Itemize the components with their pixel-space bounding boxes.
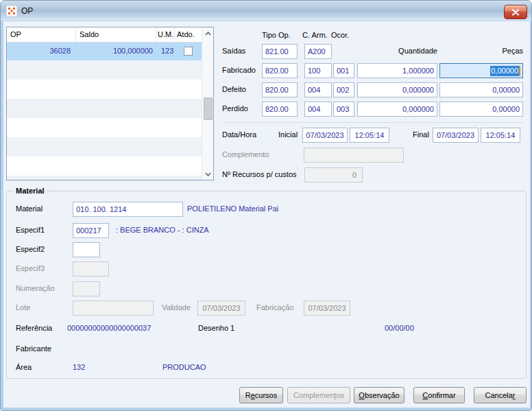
especif1-description: : BEGE BRANCO - : CINZA bbox=[116, 226, 209, 235]
final-time-field[interactable]: 12:05:14 bbox=[481, 128, 520, 143]
atdo-checkbox[interactable] bbox=[184, 47, 193, 56]
material-group-title: Material bbox=[13, 187, 47, 195]
perdido-quantidade-field[interactable]: 0,000000 bbox=[357, 102, 437, 117]
app-icon bbox=[6, 5, 17, 16]
complemento-label: Complemento bbox=[222, 150, 269, 159]
fabricado-quantidade-field[interactable]: 1,000000 bbox=[357, 63, 437, 78]
grid-empty-rows bbox=[7, 60, 202, 180]
defeito-quantidade-field[interactable]: 0,000000 bbox=[357, 82, 437, 97]
tipo-op-header: Tipo Op. bbox=[262, 31, 291, 40]
recursos-custos-field: 0 bbox=[304, 167, 363, 183]
area-label: Área bbox=[16, 363, 32, 372]
perdido-ocor-field[interactable]: 003 bbox=[333, 102, 354, 117]
inicial-label: Inicial bbox=[278, 130, 298, 139]
inicial-date-field[interactable]: 07/03/2023 bbox=[302, 128, 348, 143]
lote-label: Lote bbox=[16, 303, 30, 312]
text-caret bbox=[519, 66, 520, 76]
c-arm-header: C. Arm. bbox=[302, 31, 328, 40]
grid-scrollbar[interactable] bbox=[202, 27, 213, 180]
fabricado-pecas-field[interactable]: 0,00000 bbox=[439, 63, 523, 78]
especif3-field bbox=[73, 261, 109, 277]
confirmar-button[interactable]: Confirmar bbox=[413, 387, 465, 403]
area-description: PRODUCAO bbox=[162, 363, 206, 372]
dialog-body: OP Saldo U.M. Atdo. 36028 100,000000 123 bbox=[3, 21, 530, 408]
grid-header-atdo: Atdo. bbox=[175, 27, 202, 43]
scroll-up-icon[interactable] bbox=[202, 27, 214, 39]
material-description: POLIETILENO Material Pai bbox=[187, 204, 278, 213]
perdido-label: Perdido bbox=[222, 104, 248, 113]
numeracao-label: Numeração bbox=[16, 284, 55, 293]
recursos-custos-label: Nº Recursos p/ custos bbox=[222, 170, 297, 179]
perdido-c-arm-field[interactable]: 004 bbox=[304, 102, 332, 117]
fabricado-label: Fabricado bbox=[222, 66, 256, 75]
perdido-pecas-field[interactable]: 0,00000 bbox=[439, 102, 523, 117]
final-date-field[interactable]: 07/03/2023 bbox=[433, 128, 479, 143]
grid-header-op: OP bbox=[7, 27, 76, 43]
referencia-value: 00000000000000000037 bbox=[67, 324, 151, 333]
complemento-field bbox=[304, 148, 404, 163]
defeito-ocor-field[interactable]: 002 bbox=[333, 82, 354, 97]
fabricado-tipo-op-field[interactable]: 820.00 bbox=[262, 63, 298, 78]
op-dialog: OP OP Saldo U.M. Atdo. 36028 100,000000 … bbox=[0, 0, 532, 411]
especif2-field[interactable] bbox=[73, 242, 100, 257]
especif1-field[interactable]: 000217 bbox=[73, 223, 109, 238]
quantidade-header: Quantidade bbox=[398, 47, 437, 56]
saidas-tipo-op-field[interactable]: 821.00 bbox=[262, 44, 298, 59]
lote-field bbox=[73, 301, 154, 316]
material-field[interactable]: 010. 100. 1214 bbox=[73, 202, 183, 217]
defeito-label: Defeito bbox=[222, 85, 246, 94]
especif1-label: Especif1 bbox=[16, 226, 45, 235]
cell-um: 123 bbox=[161, 47, 173, 56]
title-bar[interactable]: OP bbox=[1, 1, 531, 21]
desenho-value: Desenho 1 bbox=[198, 324, 234, 333]
complementos-button: Complementos bbox=[287, 387, 350, 403]
op-grid: OP Saldo U.M. Atdo. 36028 100,000000 123 bbox=[6, 27, 214, 180]
grid-header-saldo: Saldo bbox=[76, 27, 156, 43]
final-label: Final bbox=[413, 130, 429, 139]
close-icon bbox=[511, 9, 520, 16]
fabricacao-field: 07/03/2023 bbox=[304, 301, 350, 316]
pecas-header: Peças bbox=[502, 47, 523, 56]
inicial-time-field[interactable]: 12:05:14 bbox=[350, 128, 389, 143]
window-title: OP bbox=[21, 6, 33, 16]
cancelar-button[interactable]: Cancelar bbox=[474, 387, 527, 403]
scroll-down-icon[interactable] bbox=[202, 168, 214, 180]
saidas-label: Saídas bbox=[222, 47, 245, 56]
fabricacao-label: Fabricação bbox=[256, 303, 293, 312]
fabricante-label: Fabricante bbox=[16, 344, 51, 353]
recursos-button[interactable]: Recursos bbox=[239, 387, 283, 403]
section-divider bbox=[222, 122, 523, 123]
especif3-label: Especif3 bbox=[16, 264, 45, 273]
material-label: Material bbox=[16, 204, 43, 213]
grid-header-um: U.M. bbox=[156, 27, 175, 43]
defeito-pecas-field[interactable]: 0,00000 bbox=[439, 82, 523, 97]
especif2-label: Especif2 bbox=[16, 245, 45, 254]
validade-label: Validade bbox=[162, 303, 191, 312]
datahora-label: Data/Hora bbox=[222, 130, 256, 139]
selected-text: 0,00000 bbox=[490, 66, 519, 76]
perdido-tipo-op-field[interactable]: 820.00 bbox=[262, 102, 298, 117]
cell-op: 36028 bbox=[7, 47, 71, 56]
defeito-c-arm-field[interactable]: 004 bbox=[304, 82, 332, 97]
ocor-header: Ocor. bbox=[331, 31, 349, 40]
defeito-tipo-op-field[interactable]: 820.00 bbox=[262, 82, 298, 97]
saidas-c-arm-field[interactable]: A200 bbox=[304, 44, 332, 59]
numeracao-field bbox=[73, 281, 100, 296]
fabricado-c-arm-field[interactable]: 100 bbox=[304, 63, 332, 78]
area-value: 132 bbox=[73, 363, 85, 372]
cell-saldo: 100,000000 bbox=[76, 47, 153, 56]
close-button[interactable] bbox=[504, 5, 527, 19]
grid-row-selected[interactable]: 36028 100,000000 123 bbox=[7, 43, 202, 60]
fabricado-ocor-field[interactable]: 001 bbox=[333, 63, 354, 78]
observacao-button[interactable]: Observação bbox=[354, 387, 404, 403]
scrollbar-thumb[interactable] bbox=[204, 97, 213, 120]
referencia-date: 00/00/00 bbox=[385, 324, 414, 333]
referencia-label: Referência bbox=[16, 324, 52, 333]
validade-field: 07/03/2023 bbox=[197, 301, 245, 316]
